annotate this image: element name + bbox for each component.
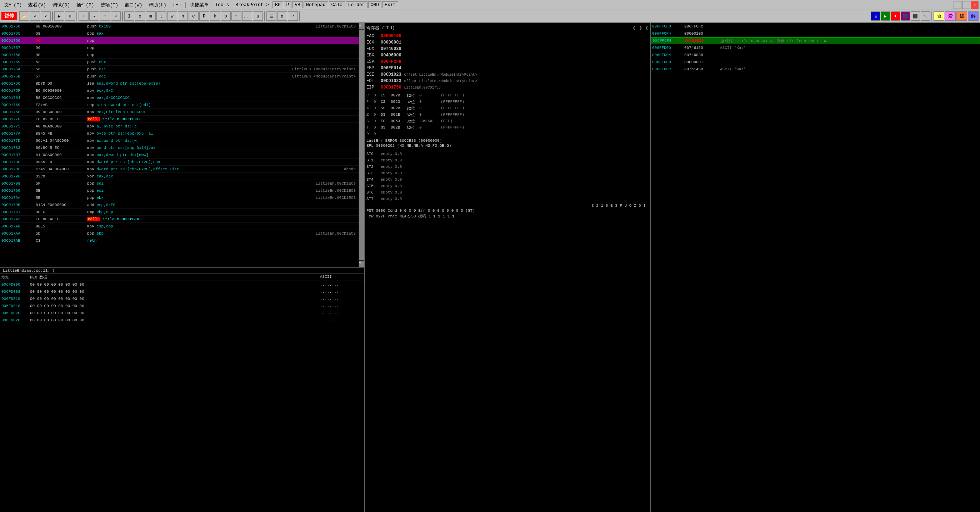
disasm-row[interactable]: 00CD175690nop (0, 37, 359, 44)
disasm-area[interactable]: 00CD175068 00010000push 0x100LittleEn.00… (0, 23, 364, 267)
disasm-row[interactable]: 00CD17A3E8 88FAFFFFcall LittleEn.00CD123… (0, 216, 359, 223)
menu-notepad[interactable]: Notepad (304, 2, 328, 8)
menu-p[interactable]: P (284, 2, 292, 8)
menu-plugin[interactable]: 插件(P) (73, 1, 97, 9)
disasm-row[interactable]: 00CD175FB9 0C000000mov ecx,0xC (0, 87, 359, 94)
toolbar-char3[interactable]: 破 (956, 11, 967, 21)
disasm-row[interactable]: 00CD179B81C4 F0000000add esp,0xF0 (0, 201, 359, 208)
disasm-row[interactable]: 00CD177D66:A1 04A0CD00mov ax,word ptr ds… (0, 137, 359, 144)
toolbar-run-to[interactable]: ↩ (111, 11, 121, 21)
stack-row[interactable]: 006FFCF0006FFCFC (651, 23, 980, 30)
disasm-row[interactable]: 00CD17AA5Dpop ebpLittleEn.00CD1EC3 (0, 230, 359, 237)
reg-row-ecx[interactable]: ECX00000001 (366, 39, 649, 46)
toolbar-pause[interactable]: ⏸ (65, 11, 75, 21)
toolbar-btn-c[interactable]: c (189, 11, 199, 21)
disasm-row[interactable]: 00CD175068 00010000push 0x100LittleEn.00… (0, 23, 359, 30)
disasm-row[interactable]: 00CD175B57push ediLittleEn.<ModuleEntryP… (0, 73, 359, 80)
disasm-row[interactable]: 00CD17A13BECcmp ebp,esp (0, 208, 359, 216)
disasm-row[interactable]: 00CD1764B8 CCCCCCCCmov eax,0xCCCCCCCC (0, 94, 359, 102)
memory-row[interactable]: 006FD02000 00 00 00 00 00 00 00........ (0, 310, 364, 317)
disasm-row[interactable]: 00CD1769F3:ABrep stos dword ptr es:[edi] (0, 102, 359, 108)
disasm-scrollbar[interactable]: ▲ ▼ (359, 23, 364, 267)
toolbar-btn-k[interactable]: k (210, 11, 220, 21)
toolbar-step-out[interactable]: ↑ (100, 11, 110, 21)
reg-nav-right1[interactable]: ❯ (639, 24, 643, 32)
reg-row-esi[interactable]: ESI00CD1023offset LittleEn.<ModuleEntryP… (366, 72, 649, 78)
memory-row[interactable]: 006FD02800 00 00 00 00 00 00 00........ (0, 317, 364, 324)
toolbar-hex-view[interactable]: ⊞ (277, 11, 287, 21)
win-restore-btn[interactable]: 口 (962, 1, 970, 9)
menu-options[interactable]: 选项(T) (98, 1, 121, 9)
stack-row[interactable]: 006FFD0800000001 (651, 59, 980, 66)
toolbar-list-view[interactable]: ☰ (266, 11, 277, 21)
stack-row[interactable]: 006FFD0400746038 (651, 51, 980, 59)
disasm-row[interactable]: 00CD175A56push esiLittleEn.<ModuleEntryP… (0, 66, 359, 73)
disasm-row[interactable]: 00CD1770E8 92FBFFFFcall LittleEn.00CD130… (0, 116, 359, 123)
reg-row-edi[interactable]: EDI00CD1023offset LittleEn.<ModuleEntryP… (366, 78, 649, 84)
disasm-row[interactable]: 00CD17985Fpop ediLittleEn.00CD1EC3 (0, 180, 359, 187)
disasm-row[interactable]: 00CD175790nop (0, 44, 359, 51)
toolbar-net2[interactable]: ▶ (881, 11, 890, 21)
disasm-row[interactable]: 00CD17ABC3retn (0, 237, 359, 244)
toolbar-undo[interactable]: ↩ (30, 11, 40, 21)
menu-calc[interactable]: Calc (329, 2, 345, 8)
memory-row[interactable]: 006FD01000 00 00 00 00 00 00 00........ (0, 295, 364, 302)
toolbar-char4[interactable]: 解 (968, 11, 978, 21)
reg-nav-left1[interactable]: ❮ (633, 24, 636, 32)
scroll-up-arrow[interactable]: ▲ (359, 23, 364, 29)
disasm-row[interactable]: 00CD175890nop (0, 51, 359, 59)
scroll-down-arrow[interactable]: ▼ (359, 261, 364, 267)
toolbar-char2[interactable]: 爱 (945, 11, 956, 21)
disasm-row[interactable]: 00CD175953push ebx (0, 59, 359, 66)
win-minimize-btn[interactable]: － (954, 1, 961, 9)
toolbar-btn-b[interactable]: b (221, 11, 231, 21)
disasm-row[interactable]: 00CD17995Epop esiLittleEn.00CD1EC3 (0, 187, 359, 194)
toolbar-btn-e[interactable]: e (135, 11, 145, 21)
toolbar-help[interactable]: ? (288, 11, 298, 21)
disasm-row[interactable]: 00CD179633C0xor eax,eax (0, 173, 359, 180)
toolbar-rec[interactable]: ● (891, 11, 900, 21)
disasm-row[interactable]: 00CD176BB9 9FC0CD00mov ecx,LittleEn.00CD… (0, 108, 359, 116)
disasm-row[interactable]: 00CD177A8845 FBmov byte ptr ss:[ebp-0x5]… (0, 130, 359, 137)
menu-breakpoint[interactable]: BreakPoint-> (232, 2, 272, 8)
toolbar-char1[interactable]: 否 (934, 11, 944, 21)
toolbar-btn-l[interactable]: l (124, 11, 134, 21)
win-close-btn[interactable]: ✕ (971, 1, 978, 9)
memory-row[interactable]: 006FD00800 00 00 00 00 00 00 00........ (0, 288, 364, 295)
reg-row-eax[interactable]: EAX00000100 (366, 33, 649, 39)
toolbar-net4[interactable]: ⬛ (911, 11, 920, 21)
scroll-thumb[interactable] (359, 30, 364, 260)
disasm-row[interactable]: 00CD175C8D7D D0lea edi,dword ptr ss:[ebp… (0, 80, 359, 87)
stack-row[interactable]: 006FFD0C007b1450ASCII "Wat" (651, 66, 980, 73)
disasm-row[interactable]: 00CD1787A1 08A0CD00mov eax,dword ptr ds:… (0, 151, 359, 159)
disasm-row[interactable]: 00CD179A5Bpop ebxLittleEn.00CD1EC3 (0, 194, 359, 201)
stack-row[interactable]: 006FFCF400000100 (651, 30, 980, 37)
disasm-row[interactable]: 00CD17A88BE5mov esp,ebp (0, 223, 359, 230)
toolbar-btn-s[interactable]: s (253, 11, 263, 21)
toolbar-step-into[interactable]: ↓ (79, 11, 89, 21)
toolbar-step-over[interactable]: ↷ (89, 11, 99, 21)
toolbar-btn-p[interactable]: P (199, 11, 209, 21)
toolbar-run[interactable]: ▶ (54, 11, 64, 21)
toolbar-open[interactable]: 📂 (19, 11, 29, 21)
reg-row-ebx[interactable]: EBX00406000 (366, 52, 649, 59)
toolbar-btn-w[interactable]: w (167, 11, 177, 21)
reg-row-esp[interactable]: ESP006FFCF8 (366, 59, 649, 65)
disasm-row[interactable]: 00CD1775A0 00A0CD00mov al,byte ptr ds:[b… (0, 123, 359, 130)
toolbar-btn-dots[interactable]: ... (242, 11, 252, 21)
menu-help[interactable]: 帮助(H) (146, 1, 169, 9)
toolbar-btn-r[interactable]: r (231, 11, 242, 21)
menu-plus[interactable]: [+] (170, 2, 184, 8)
toolbar-close[interactable]: ✕ (41, 11, 51, 21)
menu-vb[interactable]: VB (292, 2, 303, 8)
menu-tools[interactable]: Tools (212, 2, 232, 8)
menu-folder[interactable]: Folder (346, 2, 368, 8)
disasm-row[interactable]: 00CD175558pop eax (0, 30, 359, 37)
reg-nav-left2[interactable]: ❮ (645, 24, 649, 32)
menu-shortcuts[interactable]: 快捷菜单 (187, 1, 212, 9)
menu-view[interactable]: 查看(V) (25, 1, 49, 9)
reg-row-ebp[interactable]: EBP006FFD14 (366, 65, 649, 72)
toolbar-btn-t[interactable]: t (156, 11, 166, 21)
stack-row[interactable]: 006FFD0000746150ASCII "Xat" (651, 44, 980, 51)
disasm-row[interactable]: 00CD178FC745 D4 0CA0CDmov dword ptr ss:[… (0, 166, 359, 173)
